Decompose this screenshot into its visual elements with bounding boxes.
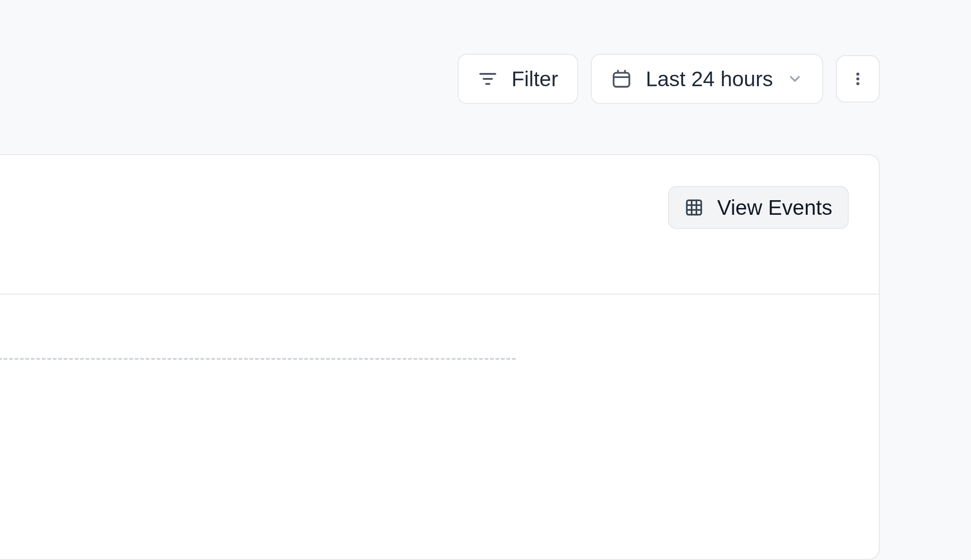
more-vertical-icon bbox=[850, 68, 866, 90]
svg-point-7 bbox=[856, 73, 860, 76]
filter-label: Filter bbox=[512, 67, 558, 91]
view-events-label: View Events bbox=[717, 195, 832, 220]
grid-icon bbox=[684, 198, 704, 217]
calendar-icon bbox=[611, 68, 632, 89]
time-range-button[interactable]: Last 24 hours bbox=[591, 54, 823, 104]
more-actions-button[interactable] bbox=[836, 55, 880, 103]
card-header: View Events bbox=[0, 155, 879, 295]
chart-gridline bbox=[0, 358, 516, 360]
filter-icon bbox=[478, 69, 498, 89]
svg-rect-3 bbox=[614, 73, 630, 87]
time-range-label: Last 24 hours bbox=[646, 67, 773, 91]
filter-button[interactable]: Filter bbox=[458, 54, 578, 104]
chevron-down-icon bbox=[787, 71, 803, 87]
toolbar: Filter Last 24 hours bbox=[0, 54, 971, 104]
content-card: View Events bbox=[0, 154, 880, 560]
svg-rect-10 bbox=[687, 200, 701, 215]
view-events-button[interactable]: View Events bbox=[668, 186, 849, 229]
svg-point-9 bbox=[856, 82, 860, 85]
svg-point-8 bbox=[856, 78, 860, 81]
